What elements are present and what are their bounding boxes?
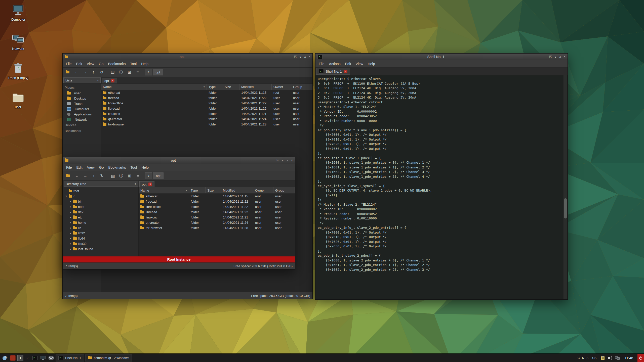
sidebar-item-user[interactable]: user [63, 90, 101, 96]
file-row[interactable]: tor-browser folder 14/04/2021 11:28 user… [139, 225, 295, 231]
capslock-indicator[interactable]: C [578, 356, 580, 360]
tree-item[interactable]: ▸ boot [63, 204, 138, 209]
info-button[interactable]: ⓘ [117, 69, 125, 76]
file-row[interactable]: freecad folder 14/04/2021 11:22 user use… [101, 95, 312, 101]
menu-item[interactable]: Edit [74, 165, 85, 169]
maximize-button[interactable]: ∧ [559, 55, 561, 59]
expander-icon[interactable]: ▸ [69, 232, 72, 235]
clock[interactable]: 11:46 [625, 356, 633, 360]
menu-item[interactable]: Help [139, 62, 151, 66]
tree-item[interactable]: ▸ bin [63, 199, 138, 204]
tree-item[interactable]: ▸ lib64 [63, 236, 138, 241]
launcher-monitor-icon[interactable] [39, 354, 46, 361]
column-header[interactable]: Type [189, 187, 206, 193]
file-row[interactable]: linuxcnc folder 14/04/2021 11:21 user us… [101, 111, 312, 116]
tab-opt[interactable]: opt × [139, 181, 154, 187]
path-segment-current[interactable]: opt [153, 69, 163, 75]
scrolllock-indicator[interactable]: S [586, 356, 588, 360]
path-segment-root[interactable]: / [145, 69, 152, 75]
titlebar[interactable]: opt ⇱ ∨ ∧ × [63, 157, 295, 164]
tree-item[interactable]: ▸ lib [63, 225, 138, 231]
numlock-indicator[interactable]: N [582, 356, 584, 360]
new-tab-button[interactable] [65, 69, 72, 76]
expander-icon[interactable]: ▸ [69, 247, 72, 251]
tab-close-icon[interactable]: × [148, 183, 152, 186]
tab-close-icon[interactable]: × [344, 70, 347, 73]
desktop-icon-user-folder[interactable]: user [7, 91, 30, 117]
file-row[interactable]: ethercat folder 14/04/2021 11:15 root us… [139, 194, 295, 199]
menu-item[interactable]: Tool [128, 165, 139, 169]
sidebar-item-desktop[interactable]: Desktop [63, 96, 101, 101]
menu-item[interactable]: Bookmarks [106, 165, 128, 169]
volume-tray-icon[interactable] [607, 355, 613, 361]
column-header[interactable]: Owner [253, 187, 273, 193]
show-desktop-button[interactable] [9, 354, 16, 361]
column-header[interactable]: Group [291, 84, 312, 90]
sidebar-mode-select[interactable]: Lists ▾ [63, 77, 101, 83]
network-tray-icon[interactable] [614, 355, 620, 361]
column-header[interactable]: Owner [272, 84, 291, 90]
expander-icon[interactable]: ▸ [69, 200, 72, 203]
workspace-1-button[interactable]: 1 [17, 355, 23, 361]
clipboard-tray-icon[interactable] [600, 355, 606, 361]
menu-item[interactable]: Bookmarks [106, 62, 128, 66]
column-header[interactable]: Type [207, 84, 223, 90]
edit-path-button[interactable]: ▤ [109, 69, 116, 76]
sidebar-mode-select[interactable]: Directory Tree ▾ [64, 181, 138, 187]
scrollbar-thumb[interactable] [564, 198, 567, 218]
column-header[interactable]: Size [223, 84, 239, 90]
new-tab-button[interactable] [65, 172, 72, 179]
list-view-button[interactable]: ≡ [134, 69, 141, 76]
menu-item[interactable]: Go [97, 62, 106, 66]
expander-icon[interactable]: ▸ [69, 221, 72, 224]
path-segment-root[interactable]: / [145, 172, 152, 179]
menu-item[interactable]: Edit [343, 62, 353, 66]
menu-item[interactable]: View [85, 165, 97, 169]
keyboard-layout[interactable]: US [592, 356, 596, 360]
launcher-keyboard-icon[interactable] [48, 354, 54, 361]
terminal-output[interactable]: user@debian10:~$ ethercat slaves0 0:0 PR… [315, 75, 568, 299]
pin-button[interactable]: ⇱ [294, 55, 297, 59]
task-pcmanfm-button[interactable]: pcmanfm-qt - 2 windows [85, 354, 132, 361]
menu-item[interactable]: Edit [74, 62, 85, 66]
close-button[interactable]: × [564, 55, 566, 59]
up-button[interactable]: ↑ [90, 172, 97, 179]
column-header[interactable]: Name ▾ [139, 187, 189, 193]
tree-item[interactable]: ▸ etc [63, 215, 138, 220]
expander-icon[interactable]: ▸ [69, 216, 72, 219]
info-button[interactable]: ⓘ [117, 172, 125, 179]
titlebar[interactable]: opt ⇱ ∨ ∧ × [63, 54, 312, 60]
file-row[interactable]: freecad folder 14/04/2021 11:22 user use… [139, 199, 295, 204]
menu-item[interactable]: Help [139, 165, 151, 169]
pin-button[interactable]: ⇱ [549, 55, 552, 59]
minimize-button[interactable]: ∨ [281, 159, 284, 162]
expander-icon[interactable]: ▸ [69, 205, 72, 208]
file-row[interactable]: ethercat folder 14/04/2021 11:15 root us… [101, 90, 312, 95]
file-row[interactable]: linuxcnc folder 14/04/2021 11:21 user us… [139, 215, 295, 220]
minimize-button[interactable]: ∨ [554, 55, 556, 59]
menu-item[interactable]: Tool [128, 62, 139, 66]
scrollbar[interactable] [563, 75, 567, 299]
menu-item[interactable]: File [316, 62, 327, 66]
icon-view-button[interactable]: ⊞ [126, 172, 133, 179]
up-button[interactable]: ↑ [90, 69, 97, 76]
sidebar-item-computer[interactable]: Computer [63, 106, 101, 112]
file-row[interactable]: libre-office folder 14/04/2021 11:22 use… [101, 101, 312, 106]
expander-icon[interactable]: ▸ [69, 242, 72, 245]
titlebar[interactable]: >_ Shell No. 1 ⇱ ∨ ∧ × [315, 54, 568, 60]
menu-item[interactable]: View [353, 62, 366, 66]
tab-opt[interactable]: opt × [102, 78, 117, 83]
desktop-icon-trash[interactable]: Trash (Empty) [7, 62, 30, 88]
expander-icon[interactable]: ▸ [69, 237, 72, 240]
menu-item[interactable]: View [85, 62, 97, 66]
list-view-button[interactable]: ≡ [134, 172, 142, 179]
file-row[interactable]: librecad folder 14/04/2021 11:22 user us… [101, 106, 312, 111]
leave-button[interactable] [637, 354, 644, 362]
menu-item[interactable]: File [64, 62, 74, 66]
edit-path-button[interactable]: ▤ [109, 172, 117, 179]
minimize-button[interactable]: ∨ [299, 55, 301, 59]
sidebar-item-trash[interactable]: Trash [63, 101, 101, 106]
expander-icon[interactable]: ▾ [65, 195, 67, 198]
back-button[interactable]: ← [73, 69, 80, 76]
menu-item[interactable]: Go [97, 165, 106, 169]
